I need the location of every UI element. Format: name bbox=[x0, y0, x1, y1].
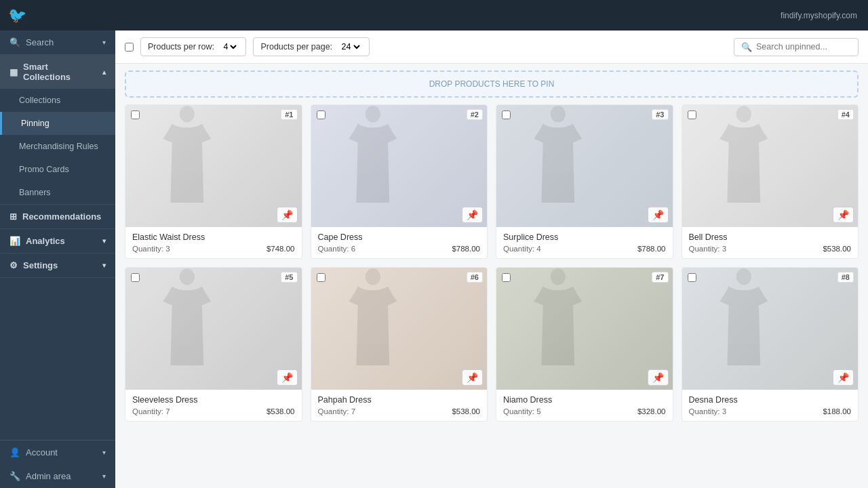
product-price: $538.00 bbox=[823, 245, 851, 253]
product-meta: Quantity: 7 $538.00 bbox=[318, 407, 481, 415]
product-quantity: Quantity: 7 bbox=[318, 407, 356, 415]
search-chevron: ▾ bbox=[102, 39, 106, 46]
search-icon: 🔍 bbox=[9, 37, 20, 47]
sidebar-item-settings[interactable]: ⚙ Settings ▾ bbox=[0, 253, 115, 277]
pin-button[interactable]: 📌 bbox=[277, 207, 298, 223]
svg-point-3 bbox=[736, 106, 751, 122]
product-card[interactable]: #4 📌 Bell Dress Quantity: 3 $538.00 bbox=[682, 104, 859, 259]
card-info: Bell Dress Quantity: 3 $538.00 bbox=[682, 227, 859, 258]
dress-silhouette bbox=[682, 268, 806, 365]
product-quantity: Quantity: 5 bbox=[503, 407, 541, 415]
recommendations-icon: ⊞ bbox=[9, 211, 17, 222]
sidebar-header: 🐦 bbox=[0, 0, 115, 30]
product-meta: Quantity: 3 $748.00 bbox=[132, 245, 295, 253]
product-name: Sleeveless Dress bbox=[132, 395, 295, 405]
products-area: #1 📌 Elastic Waist Dress Quantity: 3 $74… bbox=[115, 104, 868, 488]
sidebar: 🐦 🔍 Search ▾ ▦ Smart Collections ▴ Colle… bbox=[0, 0, 115, 488]
select-all-checkbox[interactable] bbox=[125, 43, 134, 52]
pin-button[interactable]: 📌 bbox=[833, 369, 854, 386]
sidebar-item-pinning[interactable]: Pinning bbox=[0, 112, 115, 135]
per-row-select[interactable]: 2 3 4 5 6 bbox=[220, 41, 239, 52]
per-page-select[interactable]: 12 24 48 96 bbox=[339, 41, 362, 52]
card-info: Cape Dress Quantity: 6 $788.00 bbox=[311, 227, 488, 258]
unpinned-search[interactable]: 🔍 bbox=[734, 38, 859, 56]
card-checkbox[interactable] bbox=[688, 273, 696, 282]
per-page-select-wrapper[interactable]: Products per page: 12 24 48 96 bbox=[253, 37, 369, 56]
card-image: #7 📌 bbox=[496, 268, 673, 390]
card-badge: #3 bbox=[652, 109, 668, 120]
sidebar-item-search[interactable]: 🔍 Search ▾ bbox=[0, 30, 115, 54]
svg-point-5 bbox=[365, 268, 380, 285]
pin-button[interactable]: 📌 bbox=[277, 369, 298, 386]
per-page-label: Products per page: bbox=[260, 42, 334, 52]
card-badge: #1 bbox=[281, 109, 297, 120]
product-quantity: Quantity: 3 bbox=[689, 245, 727, 253]
product-card[interactable]: #7 📌 Niamo Dress Quantity: 5 $328.00 bbox=[496, 267, 673, 422]
card-checkbox[interactable] bbox=[317, 273, 326, 282]
product-card[interactable]: #8 📌 Desna Dress Quantity: 3 $188.00 bbox=[682, 267, 859, 422]
recommendations-label: Recommendations bbox=[22, 211, 101, 222]
product-price: $188.00 bbox=[823, 407, 851, 415]
product-name: Cape Dress bbox=[318, 232, 481, 242]
pin-button[interactable]: 📌 bbox=[833, 207, 854, 223]
pin-button[interactable]: 📌 bbox=[462, 207, 483, 223]
main-content: findify.myshopify.com Products per row: … bbox=[115, 0, 868, 488]
sidebar-item-recommendations[interactable]: ⊞ Recommendations bbox=[0, 205, 115, 228]
dress-silhouette bbox=[125, 268, 249, 365]
product-price: $748.00 bbox=[267, 245, 295, 253]
store-label: findify.myshopify.com bbox=[781, 11, 857, 20]
product-card[interactable]: #2 📌 Cape Dress Quantity: 6 $788.00 bbox=[311, 104, 488, 259]
card-checkbox[interactable] bbox=[502, 110, 511, 119]
product-card[interactable]: #5 📌 Sleeveless Dress Quantity: 7 $538.0… bbox=[125, 267, 302, 422]
card-badge: #8 bbox=[837, 272, 854, 283]
pin-button[interactable]: 📌 bbox=[648, 369, 669, 386]
dress-silhouette bbox=[682, 105, 806, 203]
card-image: #4 📌 bbox=[682, 105, 859, 227]
card-checkbox[interactable] bbox=[502, 273, 511, 282]
settings-label: Settings bbox=[23, 260, 58, 270]
sidebar-search-label: Search bbox=[26, 37, 54, 47]
dress-silhouette bbox=[125, 105, 249, 203]
product-name: Bell Dress bbox=[689, 232, 852, 242]
sidebar-item-collections[interactable]: Collections bbox=[0, 89, 115, 112]
sidebar-item-smart-collections[interactable]: ▦ Smart Collections ▴ bbox=[0, 55, 115, 89]
select-all-wrapper bbox=[125, 43, 134, 52]
settings-chevron: ▾ bbox=[102, 262, 106, 269]
product-card[interactable]: #6 📌 Pahpah Dress Quantity: 7 $538.00 bbox=[311, 267, 488, 422]
drop-zone[interactable]: DROP PRODUCTS HERE TO PIN bbox=[125, 70, 859, 98]
product-card[interactable]: #1 📌 Elastic Waist Dress Quantity: 3 $74… bbox=[125, 104, 302, 259]
sidebar-item-analytics[interactable]: 📊 Analytics ▾ bbox=[0, 229, 115, 253]
dress-silhouette bbox=[311, 268, 435, 365]
product-price: $328.00 bbox=[637, 407, 666, 415]
product-meta: Quantity: 4 $788.00 bbox=[503, 245, 666, 253]
product-price: $538.00 bbox=[267, 407, 295, 415]
admin-area-label: Admin area bbox=[26, 471, 71, 481]
card-checkbox[interactable] bbox=[688, 110, 696, 119]
card-badge: #4 bbox=[837, 109, 854, 120]
product-price: $788.00 bbox=[452, 245, 480, 253]
card-checkbox[interactable] bbox=[131, 273, 140, 282]
card-checkbox[interactable] bbox=[131, 110, 140, 119]
sidebar-item-promo-cards[interactable]: Promo Cards bbox=[0, 158, 115, 181]
account-label: Account bbox=[26, 447, 58, 458]
card-checkbox[interactable] bbox=[317, 110, 326, 119]
sidebar-item-banners[interactable]: Banners bbox=[0, 181, 115, 204]
product-card[interactable]: #3 📌 Surplice Dress Quantity: 4 $788.00 bbox=[496, 104, 673, 259]
sidebar-item-merchandising-rules[interactable]: Merchandising Rules bbox=[0, 135, 115, 158]
sidebar-item-account[interactable]: 👤 Account ▾ bbox=[0, 441, 115, 464]
card-badge: #2 bbox=[467, 109, 483, 120]
analytics-label: Analytics bbox=[26, 236, 65, 246]
product-quantity: Quantity: 3 bbox=[689, 407, 727, 415]
sidebar-merchandising-label: Merchandising Rules bbox=[19, 142, 98, 151]
pin-button[interactable]: 📌 bbox=[462, 369, 483, 386]
analytics-chevron: ▾ bbox=[102, 237, 106, 245]
sidebar-item-admin-area[interactable]: 🔧 Admin area ▾ bbox=[0, 464, 115, 488]
product-meta: Quantity: 3 $188.00 bbox=[689, 407, 852, 415]
products-grid: #1 📌 Elastic Waist Dress Quantity: 3 $74… bbox=[125, 104, 859, 422]
svg-point-7 bbox=[736, 268, 751, 285]
product-meta: Quantity: 7 $538.00 bbox=[132, 407, 295, 415]
pin-button[interactable]: 📌 bbox=[648, 207, 669, 223]
search-input[interactable] bbox=[756, 42, 851, 52]
per-row-select-wrapper[interactable]: Products per row: 2 3 4 5 6 bbox=[140, 37, 246, 56]
product-price: $788.00 bbox=[637, 245, 666, 253]
